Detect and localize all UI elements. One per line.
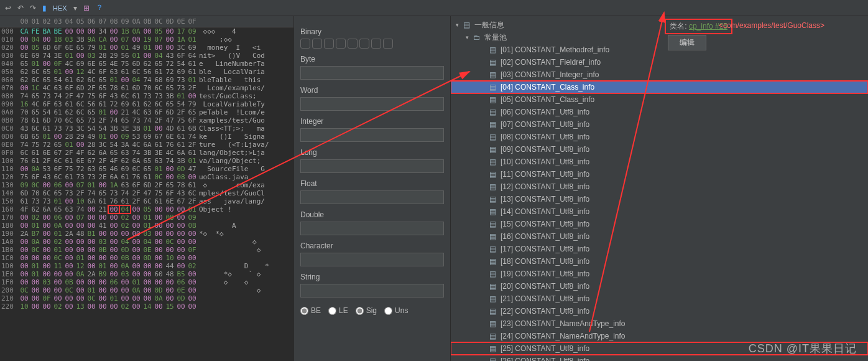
help-icon[interactable]: ？ <box>96 2 103 13</box>
hex-row[interactable]: 060626C655461626C650100047468697301bleTa… <box>0 76 293 84</box>
hex-row[interactable]: 0406501000F4C696E654E756D6265725461e Lin… <box>0 60 293 68</box>
tree-cp-item-20[interactable]: ▤[20] CONSTANT_Utf8_info <box>451 280 868 293</box>
hex-row[interactable]: 1F0000003000B0000000600010000000600 ◇ ◇ <box>0 278 293 286</box>
tree-cp-item-18[interactable]: ▤[18] CONSTANT_Utf8_info <box>451 255 868 268</box>
tree-cp-item-4[interactable]: ▤[04] CONSTANT_Class_info <box>451 81 868 93</box>
uns-radio[interactable]: Uns <box>384 306 408 315</box>
hex-row[interactable]: 02000056D6F6E6579010001490100003C69 mone… <box>0 44 293 52</box>
tree-cp-item-22[interactable]: ▤[22] CONSTANT_Utf8_info <box>451 305 868 317</box>
edit-button[interactable]: 编辑 <box>668 35 706 50</box>
tree-cp-item-14[interactable]: ▤[14] CONSTANT_Utf8_info <box>451 205 868 218</box>
byte-field[interactable] <box>300 66 444 80</box>
tree-item-label: [02] CONSTANT_Fieldref_info <box>501 58 601 67</box>
character-field[interactable] <box>300 253 444 266</box>
file-icon: ▤ <box>489 145 498 154</box>
hex-row[interactable]: 0D06B6501002829490100095369676E6174ke ()… <box>0 133 293 141</box>
tree-item-label: [23] CONSTANT_NameAndType_info <box>501 319 626 328</box>
tree-item-label: [10] CONSTANT_Utf8_info <box>501 157 589 166</box>
hex-row[interactable]: 0E0747572650100283C543A4C6A6176612Fture … <box>0 141 293 149</box>
hex-row[interactable]: 1C00000000C00010000000B000D00100000 <box>0 254 293 262</box>
hex-row[interactable]: 01000040018033B9ACA0007001907001A01 ;◇◇ <box>0 35 293 44</box>
tree-item-label: [15] CONSTANT_Utf8_info <box>501 220 589 228</box>
tree-cp-item-17[interactable]: ▤[17] CONSTANT_Utf8_info <box>451 243 868 255</box>
hex-row[interactable]: 050626C650100124C6F63616C5661726961ble L… <box>0 68 293 76</box>
tree-constant-pool[interactable]: ▾🗀常量池 <box>451 31 868 44</box>
flag-icon[interactable]: ▮ <box>42 4 47 12</box>
hex-row[interactable]: 0F06C616E672F4F626A6563743B3E4C6A61lang/… <box>0 149 293 157</box>
tree-cp-item-19[interactable]: ▤[19] CONSTANT_Utf8_info <box>451 268 868 280</box>
file-icon: ▤ <box>489 232 498 241</box>
hex-row[interactable]: 1902AB700012A48B1000000000300000000*◇ *◇ <box>0 230 293 238</box>
redo-icon[interactable]: ↷ <box>30 4 36 12</box>
file-icon: ▤ <box>489 245 498 253</box>
hex-row[interactable]: 0A070655461626C650100214C636F6D2F65peTab… <box>0 108 293 116</box>
hex-row[interactable]: 1B0000C00010000000B000D000E0000000F ◇ <box>0 246 293 254</box>
le-radio[interactable]: LE <box>328 306 348 315</box>
tree-cp-item-23[interactable]: ▤[23] CONSTANT_NameAndType_info <box>451 317 868 330</box>
hex-row[interactable]: 2000C0000000C00010000000A000D000E00 ◇ <box>0 286 293 294</box>
tree-panel: 类名: cp_info #25 <com/examples/test/GuoCl… <box>450 16 868 361</box>
float-field[interactable] <box>300 190 444 204</box>
dropdown-icon[interactable]: ▾ <box>73 4 77 12</box>
tree-cp-item-8[interactable]: ▤[08] CONSTANT_Utf8_info <box>451 131 868 143</box>
hex-row[interactable]: 0B078616D706C65732F746573742F47756Fxampl… <box>0 116 293 124</box>
tree-item-label: [19] CONSTANT_Utf8_info <box>501 270 589 278</box>
file-icon: ▤ <box>489 157 498 166</box>
hex-row[interactable]: 1406D706C65732F746573742F47756F436Cmples… <box>0 189 293 197</box>
tree-cp-item-16[interactable]: ▤[16] CONSTANT_Utf8_info <box>451 230 868 243</box>
tree-cp-item-21[interactable]: ▤[21] CONSTANT_Utf8_info <box>451 293 868 305</box>
tree-cp-item-12[interactable]: ▤[12] CONSTANT_Utf8_info <box>451 180 868 193</box>
tree-cp-item-2[interactable]: ▤[02] CONSTANT_Fieldref_info <box>451 56 868 68</box>
hex-row[interactable]: 1506173730100106A6176612F6C616E672Fass j… <box>0 197 293 205</box>
hex-row[interactable]: 1D00001001100120001000A000000440002 D * <box>0 262 293 270</box>
hex-row[interactable]: 1E000010000000A2AB9000300006048B500 *◇ `… <box>0 270 293 278</box>
hex-row[interactable]: 130090C0006000701001A636F6D2F657861 ◇ co… <box>0 181 293 189</box>
hex-row[interactable]: 080746573742F47756F436C6173733B0100test/… <box>0 92 293 100</box>
tree-item-label: [09] CONSTANT_Utf8_info <box>501 145 589 154</box>
tree-cp-item-7[interactable]: ▤[07] CONSTANT_Utf8_info <box>451 118 868 131</box>
tree-cp-item-13[interactable]: ▤[13] CONSTANT_Utf8_info <box>451 193 868 205</box>
hex-row[interactable]: 0C0436C6173733C54543B3E3B01004D616BClass… <box>0 124 293 133</box>
long-field[interactable] <box>300 159 444 173</box>
hex-row[interactable]: 090164C6F63616C5661726961626C655479 Loca… <box>0 100 293 108</box>
tree-cp-item-3[interactable]: ▤[03] CONSTANT_Integer_info <box>451 68 868 81</box>
be-radio[interactable]: BE <box>300 306 321 315</box>
sig-radio[interactable]: Sig <box>356 306 377 315</box>
hex-row[interactable]: 10076612F6C616E672F4F626A6563743B01va/la… <box>0 157 293 165</box>
toolbar: ↩ ↶ ↷ ▮ HEX ▾ ⊞ ？ <box>0 0 868 16</box>
string-field[interactable] <box>300 284 444 298</box>
hex-row[interactable]: 110000A536F7572636546696C6501000D47 Sour… <box>0 165 293 173</box>
hex-row[interactable]: 120756F436C6173732E6A6176610C000800uoCla… <box>0 173 293 181</box>
tree-cp-item-11[interactable]: ▤[11] CONSTANT_Utf8_info <box>451 168 868 180</box>
tree-cp-item-24[interactable]: ▤[24] CONSTANT_NameAndType_info <box>451 330 868 342</box>
tree-item-label: [21] CONSTANT_Utf8_info <box>501 294 589 303</box>
hex-row[interactable]: 1604F626A65637400210004000500000001Objec… <box>0 205 293 213</box>
hex-row[interactable]: 000CAFEBABE00000034001B0A0005001709 ◇◇◇ … <box>0 27 293 35</box>
tree-cp-item-6[interactable]: ▤[06] CONSTANT_Utf8_info <box>451 106 868 118</box>
hex-row[interactable]: 1A0000A00020000000300040004000C0000 ◇ <box>0 238 293 246</box>
hex-row[interactable]: 22010000002001300000002001400150000 <box>0 302 293 311</box>
back-icon[interactable]: ↩ <box>5 4 11 12</box>
word-field[interactable] <box>300 97 444 111</box>
tree-item-label: 常量池 <box>484 32 507 43</box>
tree-cp-item-9[interactable]: ▤[09] CONSTANT_Utf8_info <box>451 143 868 156</box>
tree-item-label: [24] CONSTANT_NameAndType_info <box>501 332 626 340</box>
tree-cp-item-10[interactable]: ▤[10] CONSTANT_Utf8_info <box>451 156 868 168</box>
tree-cp-item-5[interactable]: ▤[05] CONSTANT_Class_info <box>451 93 868 106</box>
hex-row[interactable]: 070001C4C636F6D2F6578616D706C65732F Lcom… <box>0 84 293 92</box>
structure-icon[interactable]: ⊞ <box>83 4 90 12</box>
integer-field[interactable] <box>300 128 444 142</box>
undo-icon[interactable]: ↶ <box>17 4 24 12</box>
tree-cp-item-1[interactable]: ▤[01] CONSTANT_Methodref_info <box>451 44 868 56</box>
hex-row[interactable]: 1800001000A00000041000200010000000B A <box>0 222 293 230</box>
hex-panel[interactable]: 000102030405060708090A0B0C0D0E0F 000CAFE… <box>0 16 293 361</box>
file-icon: ▤ <box>489 133 498 141</box>
hex-row[interactable]: 21000000F0000000C00010000000A000D00 <box>0 294 293 302</box>
hex-row[interactable]: 0306E69743E010003282956010004436F64nit> … <box>0 52 293 60</box>
file-icon: ▤ <box>489 45 498 54</box>
tree-item-label: [25] CONSTANT_Utf8_info <box>501 344 589 353</box>
double-field[interactable] <box>300 222 444 235</box>
hex-row[interactable]: 17000020006000700000002000100080009 <box>0 213 293 222</box>
tree-cp-item-15[interactable]: ▤[15] CONSTANT_Utf8_info <box>451 218 868 230</box>
binary-bits <box>300 39 444 49</box>
